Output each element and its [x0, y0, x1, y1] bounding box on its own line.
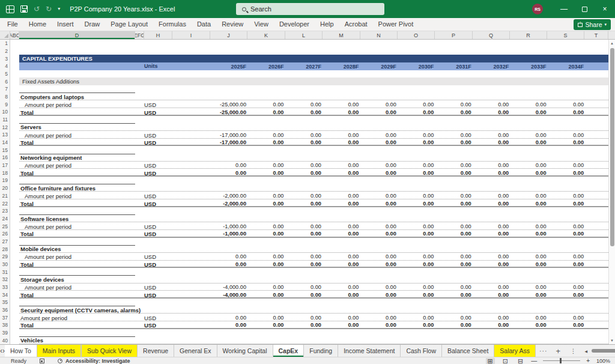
value-cell[interactable]: 0.00	[285, 132, 321, 138]
value-cell[interactable]: 0.00	[510, 253, 547, 259]
amount-row[interactable]: Amount per periodUSD-25,000.000.000.000.…	[19, 100, 608, 108]
year-header-2029f[interactable]: 2029F	[360, 64, 396, 70]
add-sheet-button[interactable]: +	[551, 345, 565, 357]
value-cell[interactable]: 0.00	[473, 253, 509, 259]
value-cell[interactable]: 0.00	[360, 201, 396, 207]
column-header-ABC[interactable]: ABC	[10, 31, 19, 39]
value-cell[interactable]: 0.00	[247, 284, 283, 290]
horizontal-scroll-thumb[interactable]	[592, 349, 615, 353]
value-cell[interactable]: 0.00	[398, 170, 434, 176]
value-cell[interactable]: 0.00	[510, 132, 547, 138]
value-cell[interactable]: 0.00	[473, 109, 509, 115]
unit-cell[interactable]: USD	[144, 292, 156, 299]
value-cell[interactable]: 0.00	[435, 253, 471, 259]
value-cell[interactable]: 0.00	[473, 139, 509, 145]
column-header-M[interactable]: M	[323, 31, 360, 39]
value-cell[interactable]: 0.00	[323, 231, 359, 237]
unit-cell[interactable]: USD	[144, 231, 156, 237]
value-cell[interactable]: 0.00	[435, 284, 471, 290]
value-cell[interactable]: 0.00	[323, 109, 359, 115]
ribbon-tab-power-pivot[interactable]: Power Pivot	[373, 18, 419, 31]
capex-title-banner[interactable]: CAPITAL EXPENDITURES	[19, 55, 608, 62]
value-cell[interactable]: 0.00	[435, 223, 471, 229]
value-cell[interactable]: 0.00	[210, 162, 246, 168]
value-cell[interactable]: 0.00	[435, 139, 471, 145]
accessibility-status[interactable]: Accessibility: Investigate	[65, 358, 130, 364]
value-cell[interactable]: 0.00	[548, 170, 584, 176]
value-cell[interactable]: 0.00	[360, 193, 396, 199]
value-cell[interactable]: 0.00	[473, 292, 509, 298]
value-cell[interactable]: 0.00	[247, 109, 283, 115]
value-cell[interactable]: 0.00	[398, 253, 434, 259]
unit-cell[interactable]: USD	[144, 315, 156, 321]
zoom-slider-thumb[interactable]	[560, 358, 562, 363]
value-cell[interactable]: 0.00	[323, 102, 359, 108]
value-cell[interactable]: 0.00	[285, 162, 321, 168]
scroll-left-icon[interactable]: ◀	[585, 349, 588, 353]
value-cell[interactable]: 0.00	[285, 322, 321, 328]
value-cell[interactable]: 0.00	[247, 170, 283, 176]
value-cell[interactable]: 0.00	[473, 261, 509, 267]
value-cell[interactable]: 0.00	[285, 292, 321, 298]
value-cell[interactable]: 0.00	[510, 223, 547, 229]
value-cell[interactable]: 0.00	[360, 223, 396, 229]
value-cell[interactable]: -25,000.00	[210, 109, 246, 115]
value-cell[interactable]: 0.00	[548, 292, 584, 298]
ribbon-tab-home[interactable]: Home	[23, 18, 52, 31]
section-banner[interactable]: Fixed Assets Additions	[19, 77, 608, 85]
close-button[interactable]: ×	[595, 0, 615, 18]
unit-cell[interactable]: USD	[144, 322, 156, 329]
value-cell[interactable]: 0.00	[435, 201, 471, 207]
sheet-tab-sub-quick-view[interactable]: Sub Quick View	[81, 345, 138, 357]
search-box[interactable]: Search	[236, 3, 384, 15]
value-cell[interactable]: 0.00	[285, 315, 321, 321]
value-cell[interactable]: 0.00	[510, 231, 547, 237]
sheet-tab-income-statement[interactable]: Income Statement	[338, 345, 401, 357]
value-cell[interactable]: 0.00	[398, 231, 434, 237]
value-cell[interactable]: -1,000.00	[210, 223, 246, 229]
value-cell[interactable]: 0.00	[323, 132, 359, 138]
value-cell[interactable]: 0.00	[548, 284, 584, 290]
horizontal-scroll-track[interactable]	[589, 349, 615, 353]
value-cell[interactable]: -17,000.00	[210, 139, 246, 145]
value-cell[interactable]: 0.00	[360, 231, 396, 237]
value-cell[interactable]: 0.00	[398, 102, 434, 108]
column-header-N[interactable]: N	[360, 31, 398, 39]
save-icon[interactable]	[20, 5, 28, 13]
amount-row[interactable]: Amount per periodUSD-2,000.000.000.000.0…	[19, 192, 608, 200]
value-cell[interactable]: 0.00	[285, 193, 321, 199]
year-header-2030f[interactable]: 2030F	[398, 64, 434, 70]
amount-row[interactable]: Amount per periodUSD0.000.000.000.000.00…	[19, 314, 608, 321]
value-cell[interactable]: 0.00	[548, 315, 584, 321]
zoom-level[interactable]: 100%	[596, 358, 610, 364]
value-cell[interactable]: 0.00	[435, 102, 471, 108]
unit-cell[interactable]: USD	[144, 261, 156, 268]
block-row-servers[interactable]: Servers	[19, 123, 608, 131]
value-cell[interactable]: 0.00	[473, 322, 509, 328]
value-cell[interactable]: 0.00	[435, 170, 471, 176]
maximize-button[interactable]	[574, 0, 595, 18]
sheet-tab-revenue[interactable]: Revenue	[138, 345, 174, 357]
customize-toolbar-chevron-icon[interactable]: ▾	[58, 7, 60, 11]
value-cell[interactable]: 0.00	[323, 253, 359, 259]
value-cell[interactable]: 0.00	[360, 139, 396, 145]
total-row[interactable]: TotalUSD-1,000.000.000.000.000.000.000.0…	[19, 230, 608, 238]
share-button[interactable]: Share ▾	[574, 19, 611, 30]
value-cell[interactable]: 0.00	[435, 292, 471, 298]
value-cell[interactable]: 0.00	[360, 102, 396, 108]
value-cell[interactable]: -4,000.00	[210, 292, 246, 298]
amount-row[interactable]: Amount per periodUSD0.000.000.000.000.00…	[19, 253, 608, 261]
year-header-2028f[interactable]: 2028F	[323, 64, 359, 70]
value-cell[interactable]: 0.00	[247, 201, 283, 207]
value-cell[interactable]: -2,000.00	[210, 201, 246, 207]
amount-row[interactable]: Amount per periodUSD0.000.000.000.000.00…	[19, 162, 608, 169]
value-cell[interactable]: 0.00	[285, 284, 321, 290]
select-all-corner[interactable]	[0, 31, 10, 39]
column-header-EFG[interactable]: EFG	[135, 31, 144, 39]
year-header-2031f[interactable]: 2031F	[435, 64, 471, 70]
value-cell[interactable]: 0.00	[548, 253, 584, 259]
value-cell[interactable]: 0.00	[285, 170, 321, 176]
ribbon-tab-help[interactable]: Help	[315, 18, 339, 31]
unit-cell[interactable]: USD	[144, 170, 156, 177]
sheet-tab-how-to[interactable]: How To	[5, 345, 37, 357]
